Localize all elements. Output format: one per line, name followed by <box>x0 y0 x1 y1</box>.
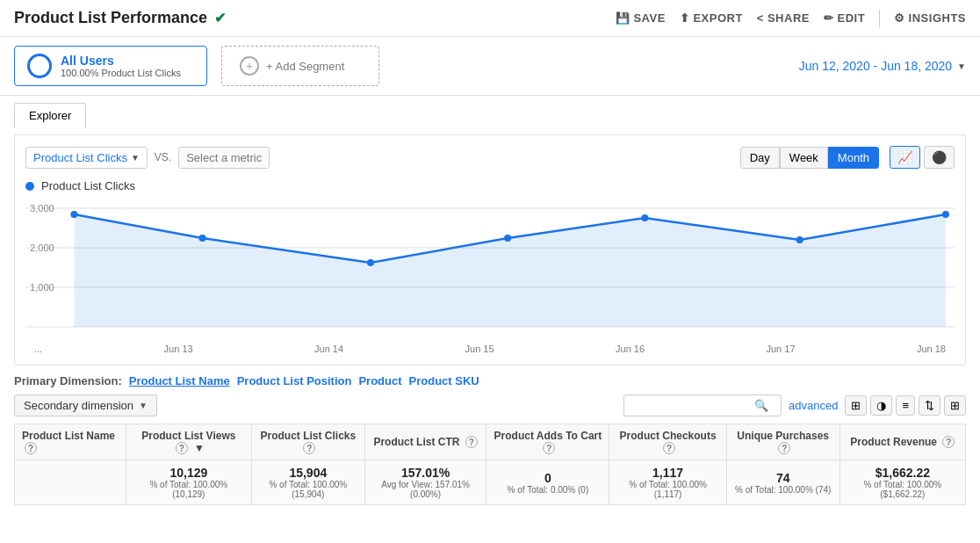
total-ctr: 157.01% Avg for View: 157.01% (0.00%) <box>364 460 486 505</box>
table-pie-icon[interactable]: ◑ <box>870 395 892 416</box>
svg-text:1,000: 1,000 <box>30 282 54 293</box>
x-label-3: Jun 15 <box>465 344 494 354</box>
segment-bar: All Users 100.00% Product List Clicks + … <box>0 37 980 96</box>
help-icon-adds-cart[interactable]: ? <box>543 442 555 454</box>
metric-dropdown[interactable]: Product List Clicks ▼ <box>25 147 148 169</box>
table-header: Product List Name ? Product List Views ?… <box>15 424 966 460</box>
date-range-picker[interactable]: Jun 12, 2020 - Jun 18, 2020 ▼ <box>799 59 966 73</box>
header-actions: 💾 SAVE ⬆ EXPORT < SHARE ✏ EDIT ⚙ INSIGHT… <box>616 10 966 27</box>
table-search-input[interactable] <box>631 399 754 412</box>
th-product-list-name: Product List Name ? <box>15 424 126 460</box>
x-label-5: Jun 17 <box>766 344 795 354</box>
th-unique-purchases: Unique Purchases ? <box>726 424 839 460</box>
insights-icon: ⚙ <box>894 11 905 25</box>
table-toolbar: Secondary dimension ▼ 🔍 advanced ⊞ ◑ ≡ ⇅… <box>14 395 966 416</box>
th-product-adds-cart: Product Adds To Cart ? <box>486 424 609 460</box>
svg-text:3,000: 3,000 <box>30 203 54 214</box>
segment-text: All Users 100.00% Product List Clicks <box>61 54 181 78</box>
chart-point <box>70 211 77 218</box>
chart-point <box>504 235 511 242</box>
help-icon-clicks[interactable]: ? <box>303 442 315 454</box>
week-period-button[interactable]: Week <box>780 147 828 169</box>
verified-icon: ✔ <box>214 10 226 26</box>
help-icon-name[interactable]: ? <box>25 442 37 454</box>
dim-link-product-list-position[interactable]: Product List Position <box>237 374 352 387</box>
scatter-chart-icon[interactable]: ⚫ <box>924 146 955 169</box>
chart-area: Product List Clicks ▼ VS. Select a metri… <box>14 134 966 366</box>
header: Product List Performance ✔ 💾 SAVE ⬆ EXPO… <box>0 0 980 37</box>
table-pivot-icon[interactable]: ⇅ <box>919 395 940 416</box>
table-custom-icon[interactable]: ⊞ <box>944 395 966 416</box>
tab-explorer[interactable]: Explorer <box>14 103 86 128</box>
share-button[interactable]: < SHARE <box>757 11 810 25</box>
export-icon: ⬆ <box>680 11 690 25</box>
x-label-2: Jun 14 <box>314 344 343 354</box>
x-label-1: Jun 13 <box>164 344 193 354</box>
th-product-revenue: Product Revenue ? <box>839 424 965 460</box>
chart-point <box>796 236 803 243</box>
table-compare-icon[interactable]: ≡ <box>896 395 915 416</box>
segment-circle <box>27 54 52 78</box>
metric-label: Product List Clicks <box>33 151 127 164</box>
line-chart-svg: 3,000 2,000 1,000 <box>25 199 955 336</box>
chart-point <box>641 214 648 221</box>
dim-link-product[interactable]: Product <box>358 374 401 387</box>
help-icon-ctr[interactable]: ? <box>465 436 478 448</box>
x-label-0: ... <box>34 344 42 354</box>
help-icon-checkouts[interactable]: ? <box>663 442 675 454</box>
chart-x-labels: ... Jun 13 Jun 14 Jun 15 Jun 16 Jun 17 J… <box>25 340 955 354</box>
date-range-text: Jun 12, 2020 - Jun 18, 2020 <box>799 59 952 73</box>
chart-point <box>198 235 205 242</box>
table-header-row: Product List Name ? Product List Views ?… <box>15 424 966 460</box>
metric-selector: Product List Clicks ▼ VS. Select a metri… <box>25 147 270 169</box>
table-grid-icon[interactable]: ⊞ <box>845 395 867 416</box>
day-period-button[interactable]: Day <box>740 147 780 169</box>
add-segment-icon: + <box>240 56 259 76</box>
line-chart-icon[interactable]: 📈 <box>890 146 920 169</box>
secondary-dim-chevron-icon: ▼ <box>139 401 148 410</box>
segment-subtitle: 100.00% Product List Clicks <box>61 68 181 78</box>
help-icon-revenue[interactable]: ? <box>942 436 955 448</box>
dim-link-product-list-name[interactable]: Product List Name <box>129 374 230 387</box>
add-segment-button[interactable]: + + Add Segment <box>221 46 379 86</box>
chart-svg: 3,000 2,000 1,000 <box>25 199 955 340</box>
dim-link-product-sku[interactable]: Product SKU <box>409 374 479 387</box>
save-button[interactable]: 💾 SAVE <box>616 11 666 25</box>
insights-button[interactable]: ⚙ INSIGHTS <box>894 11 966 25</box>
search-box: 🔍 <box>623 395 782 416</box>
segment-name: All Users <box>61 54 181 68</box>
help-icon-views[interactable]: ? <box>176 442 188 454</box>
x-label-4: Jun 16 <box>616 344 645 354</box>
primary-dimension-label: Primary Dimension: <box>14 374 122 387</box>
table-toolbar-right: 🔍 advanced ⊞ ◑ ≡ ⇅ ⊞ <box>623 395 966 416</box>
primary-dimension: Primary Dimension: Product List Name Pro… <box>14 374 966 387</box>
chart-type-controls: Day Week Month 📈 ⚫ <box>740 146 955 169</box>
vs-label: VS. <box>155 151 171 163</box>
help-icon-purchases[interactable]: ? <box>778 442 790 454</box>
th-product-list-ctr: Product List CTR ? <box>364 424 486 460</box>
all-users-segment[interactable]: All Users 100.00% Product List Clicks <box>14 46 207 86</box>
x-label-6: Jun 18 <box>917 344 946 354</box>
th-product-list-views: Product List Views ? ▼ <box>126 424 251 460</box>
edit-icon: ✏ <box>824 11 834 25</box>
separator <box>879 10 880 27</box>
data-table: Product List Name ? Product List Views ?… <box>14 424 966 505</box>
chart-point <box>942 211 949 218</box>
sort-icon-views[interactable]: ▼ <box>194 442 205 454</box>
svg-text:2,000: 2,000 <box>30 243 54 253</box>
advanced-link[interactable]: advanced <box>789 399 838 412</box>
search-icon: 🔍 <box>754 399 768 412</box>
secondary-dimension-dropdown[interactable]: Secondary dimension ▼ <box>14 395 157 416</box>
month-period-button[interactable]: Month <box>828 147 879 169</box>
totals-row: 10,129 % of Total: 100.00% (10,129) 15,9… <box>15 460 966 505</box>
chart-legend: Product List Clicks <box>25 179 955 192</box>
select-metric-dropdown[interactable]: Select a metric <box>178 147 270 169</box>
total-purchases: 74 % of Total: 100.00% (74) <box>726 460 839 505</box>
legend-dot <box>25 182 34 191</box>
total-views: 10,129 % of Total: 100.00% (10,129) <box>126 460 251 505</box>
export-button[interactable]: ⬆ EXPORT <box>680 11 743 25</box>
share-icon: < <box>757 11 764 25</box>
chart-controls: Product List Clicks ▼ VS. Select a metri… <box>25 146 955 169</box>
edit-button[interactable]: ✏ EDIT <box>824 11 865 25</box>
table-section: Primary Dimension: Product List Name Pro… <box>0 366 980 505</box>
